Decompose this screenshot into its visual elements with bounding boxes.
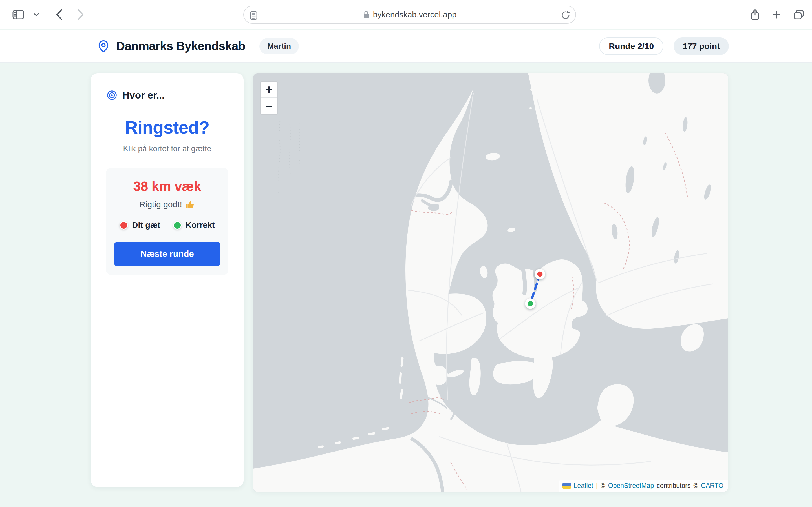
- feedback-text: Rigtig godt!: [139, 200, 182, 209]
- app-header: Danmarks Bykendskab Martin Runde 2/10 17…: [0, 30, 812, 63]
- forward-icon: [77, 9, 85, 20]
- page-title: Danmarks Bykendskab: [116, 39, 245, 53]
- carto-link[interactable]: CARTO: [701, 482, 723, 490]
- next-round-button[interactable]: Næste runde: [114, 242, 220, 267]
- share-icon: [751, 9, 760, 20]
- reload-button[interactable]: [561, 10, 570, 20]
- player-badge: Martin: [259, 38, 299, 54]
- score-badge: 177 point: [673, 38, 729, 55]
- zoom-out-button[interactable]: −: [261, 98, 277, 114]
- copyright-symbol: ©: [601, 482, 605, 490]
- osm-link[interactable]: OpenStreetMap: [608, 482, 654, 490]
- map-pin-icon: [97, 40, 110, 53]
- sidebar-menu-button[interactable]: [33, 13, 40, 17]
- leaflet-link[interactable]: Leaflet: [574, 482, 593, 490]
- correct-label: Korrekt: [186, 221, 214, 230]
- correct-dot: [173, 221, 182, 230]
- guess-label: Dit gæt: [132, 221, 160, 230]
- app-brand: Danmarks Bykendskab Martin: [97, 38, 299, 54]
- plus-icon: [772, 10, 781, 19]
- result-card: 38 km væk Rigtig godt! Dit gæt Korrekt N…: [106, 168, 229, 275]
- round-badge: Runde 2/10: [599, 38, 663, 55]
- back-button[interactable]: [55, 9, 63, 20]
- city-question: Ringsted?: [91, 117, 244, 137]
- map-hint: Klik på kortet for at gætte: [91, 144, 244, 153]
- sidebar-icon: [12, 10, 24, 19]
- reload-icon: [561, 10, 570, 20]
- browser-toolbar: bykendskab.vercel.app: [0, 0, 812, 29]
- back-icon: [55, 9, 63, 20]
- thumbs-up-icon: [186, 200, 195, 209]
- ukraine-flag-icon: [562, 483, 571, 489]
- prompt-row: Hvor er...: [91, 73, 244, 101]
- share-button[interactable]: [751, 9, 760, 20]
- page-preview-icon: [250, 11, 257, 20]
- chevron-down-icon: [33, 13, 40, 17]
- legend: Dit gæt Korrekt: [114, 221, 220, 230]
- distance-text: 38 km væk: [114, 179, 220, 194]
- contributors-text: contributors: [657, 482, 691, 490]
- map-zoom-control: + −: [260, 80, 278, 115]
- new-tab-button[interactable]: [772, 10, 781, 19]
- map-attribution: Leaflet | © OpenStreetMap contributors ©…: [559, 480, 728, 492]
- forward-button[interactable]: [77, 9, 85, 20]
- lock-icon: [363, 10, 370, 19]
- map-canvas[interactable]: [253, 73, 728, 492]
- copyright-symbol-2: ©: [693, 482, 698, 490]
- map-container[interactable]: + − Leaflet | © OpenStreetMap contributo…: [253, 73, 728, 492]
- legend-item-correct: Korrekt: [173, 221, 214, 230]
- url-text: bykendskab.vercel.app: [373, 10, 457, 19]
- guess-marker: [536, 270, 544, 278]
- attribution-separator: |: [596, 482, 598, 490]
- tabs-icon: [794, 10, 804, 19]
- sidebar-toggle-button[interactable]: [12, 10, 24, 19]
- tab-overview-button[interactable]: [794, 10, 804, 19]
- toolbar-right-group: [751, 0, 804, 29]
- correct-marker: [526, 300, 534, 307]
- toolbar-left-group: [12, 0, 85, 29]
- legend-item-guess: Dit gæt: [119, 221, 160, 230]
- side-panel: Hvor er... Ringsted? Klik på kortet for …: [91, 73, 244, 487]
- feedback-row: Rigtig godt!: [114, 200, 220, 209]
- guess-dot: [119, 221, 128, 230]
- prompt-label: Hvor er...: [122, 90, 165, 101]
- url-field[interactable]: bykendskab.vercel.app: [243, 6, 576, 24]
- zoom-in-button[interactable]: +: [261, 82, 277, 98]
- target-icon: [107, 90, 117, 101]
